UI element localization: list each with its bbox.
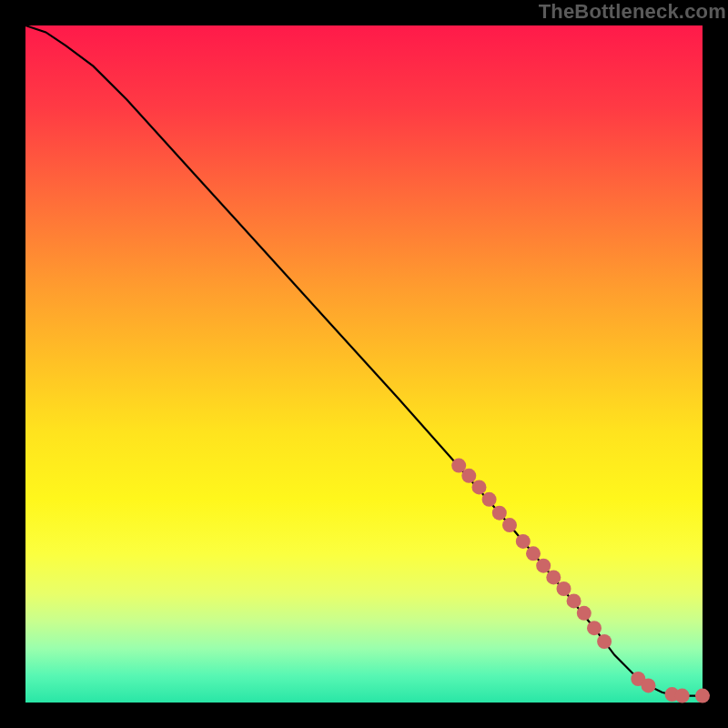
data-marker (695, 689, 710, 703)
data-marker (597, 634, 612, 649)
data-marker (502, 518, 517, 532)
data-marker (526, 546, 541, 561)
data-marker (587, 621, 602, 635)
data-marker (516, 534, 531, 549)
watermark-label: TheBottleneck.com (539, 0, 726, 24)
data-marker (557, 581, 571, 596)
plot-area (25, 25, 703, 703)
data-marker (577, 606, 592, 621)
bottleneck-curve (25, 25, 703, 696)
data-marker (461, 469, 476, 483)
marker-group (451, 459, 710, 703)
data-marker (567, 593, 581, 608)
chart-svg (25, 25, 703, 703)
data-marker (675, 689, 690, 703)
chart-frame: TheBottleneck.com (0, 0, 728, 728)
data-marker (472, 480, 487, 494)
data-marker (492, 506, 507, 521)
data-marker (536, 559, 551, 573)
data-marker (642, 678, 656, 693)
data-marker (546, 570, 561, 584)
data-marker (482, 492, 497, 507)
